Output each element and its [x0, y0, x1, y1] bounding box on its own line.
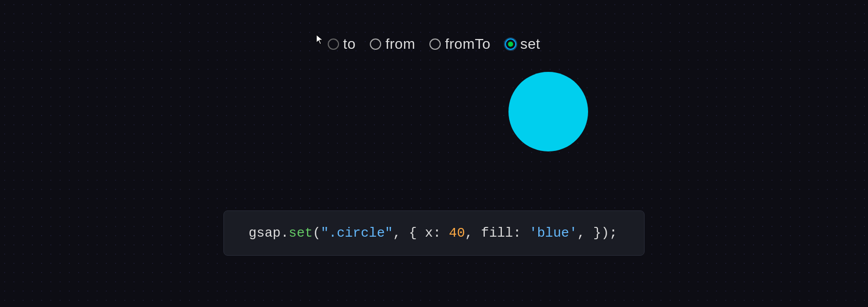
radio-option-set[interactable]: set: [505, 36, 540, 52]
code-fill-key: , fill:: [465, 225, 529, 241]
code-method: set: [289, 225, 313, 241]
radio-option-fromTo[interactable]: fromTo: [429, 36, 490, 52]
code-line: gsap.set(".circle", { x: 40, fill: 'blue…: [249, 225, 619, 241]
radio-option-to[interactable]: to: [328, 36, 355, 52]
code-block: gsap.set(".circle", { x: 40, fill: 'blue…: [223, 210, 645, 256]
radio-group: to from fromTo set: [328, 36, 540, 52]
radio-fromTo-label: fromTo: [445, 36, 490, 52]
code-selector: ".circle": [320, 225, 392, 241]
radio-to-circle[interactable]: [328, 39, 339, 50]
code-dot: .: [280, 225, 289, 241]
radio-set-circle[interactable]: [505, 39, 516, 50]
radio-from-circle[interactable]: [370, 39, 381, 50]
code-gsap: gsap: [249, 225, 280, 241]
code-close: , });: [577, 225, 617, 241]
radio-from-label: from: [385, 36, 415, 52]
radio-option-from[interactable]: from: [370, 36, 415, 52]
code-x-value: 40: [449, 225, 465, 241]
code-comma: , { x:: [393, 225, 449, 241]
cursor-icon: [315, 34, 325, 45]
animated-circle: [508, 72, 588, 151]
radio-to-label: to: [343, 36, 355, 52]
code-paren-open: (: [313, 225, 321, 241]
radio-fromTo-circle[interactable]: [429, 39, 441, 50]
radio-set-label: set: [520, 36, 540, 52]
code-fill-value: 'blue': [529, 225, 577, 241]
